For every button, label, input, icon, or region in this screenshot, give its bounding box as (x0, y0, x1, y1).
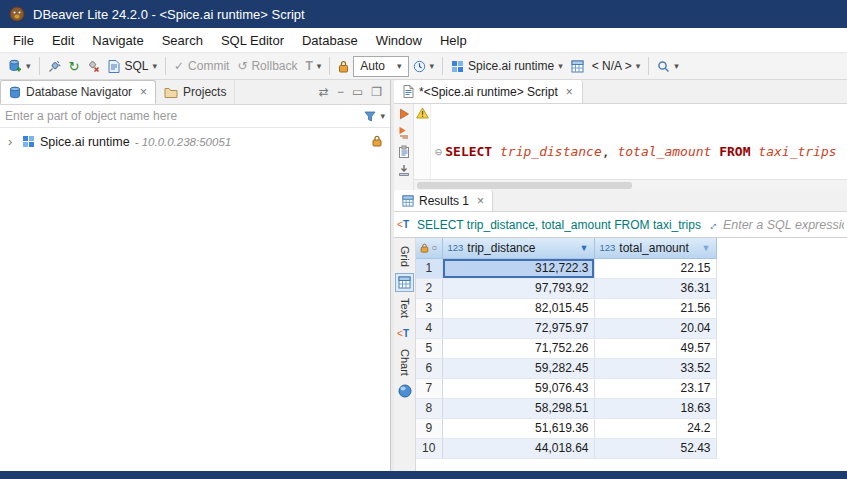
trip-distance-cell[interactable]: 59,076.43 (442, 378, 594, 398)
presentation-switcher: Grid Text <T Chart (394, 238, 416, 471)
tab-database-navigator[interactable]: Database Navigator × (0, 80, 156, 104)
trip-distance-cell[interactable]: 58,298.51 (442, 398, 594, 418)
explain-plan-icon[interactable] (398, 145, 410, 158)
execute-script-icon[interactable] (398, 126, 410, 139)
new-connection-button[interactable]: ▾ (4, 56, 35, 76)
collapse-all-icon[interactable]: − (337, 85, 344, 99)
sort-desc-icon[interactable]: ▼ (580, 243, 589, 253)
table-list-button[interactable] (567, 57, 588, 76)
trip-distance-cell[interactable]: 312,722.3 (442, 258, 594, 278)
row-number-cell[interactable]: 3 (416, 298, 442, 318)
row-number-cell[interactable]: 10 (416, 438, 442, 458)
link-editor-icon[interactable]: ⇄ (319, 85, 329, 99)
total-amount-cell[interactable]: 21.56 (594, 298, 716, 318)
editor-action-bar (394, 104, 414, 190)
autocommit-toggle[interactable] (334, 57, 353, 76)
trip-distance-cell[interactable]: 97,793.92 (442, 278, 594, 298)
row-number-cell[interactable]: 8 (416, 398, 442, 418)
close-icon[interactable]: × (566, 85, 573, 99)
trip-distance-cell[interactable]: 51,619.36 (442, 418, 594, 438)
active-connection-label: Spice.ai runtime (468, 59, 554, 73)
rollback-button[interactable]: ↺ Rollback (233, 56, 301, 76)
export-data-icon[interactable] (398, 164, 410, 176)
row-number-cell[interactable]: 1 (416, 258, 442, 278)
menu-help[interactable]: Help (431, 30, 476, 51)
text-presentation-icon[interactable]: <T (395, 324, 414, 343)
table-row: 1312,722.322.15 (416, 258, 716, 278)
menu-file[interactable]: File (4, 30, 43, 51)
expander-icon[interactable]: › (8, 134, 17, 149)
commit-button[interactable]: ✓ Commit (170, 56, 233, 76)
total-amount-cell[interactable]: 33.52 (594, 358, 716, 378)
column-header-trip-distance[interactable]: 123trip_distance▼ (442, 238, 594, 258)
total-amount-cell[interactable]: 20.04 (594, 318, 716, 338)
transaction-mode-value: Auto (360, 59, 385, 73)
search-button[interactable]: ▾ (653, 57, 683, 76)
close-icon[interactable]: × (477, 194, 484, 208)
trip-distance-cell[interactable]: 59,282.45 (442, 358, 594, 378)
grid-presentation-icon[interactable] (395, 273, 414, 292)
scrollbar-thumb[interactable] (417, 182, 632, 189)
trip-distance-cell[interactable]: 71,752.26 (442, 338, 594, 358)
close-icon[interactable]: × (140, 85, 147, 99)
row-number-cell[interactable]: 5 (416, 338, 442, 358)
connect-button[interactable] (44, 57, 65, 76)
tree-item-connection[interactable]: › Spice.ai runtime - 10.0.0.238:50051 (0, 131, 390, 152)
trip-distance-cell[interactable]: 72,975.97 (442, 318, 594, 338)
total-amount-cell[interactable]: 24.2 (594, 418, 716, 438)
maximize-icon[interactable]: ❐ (371, 85, 382, 99)
sort-icon[interactable]: ▼ (702, 243, 711, 253)
row-number-cell[interactable]: 2 (416, 278, 442, 298)
menu-edit[interactable]: Edit (43, 30, 83, 51)
menu-search[interactable]: Search (153, 30, 212, 51)
warning-icon (416, 107, 429, 119)
transaction-mode-combo[interactable]: Auto ▾ (353, 56, 408, 77)
sql-editor-button[interactable]: SQL ▾ (104, 56, 161, 76)
reconnect-button[interactable]: ↻ (65, 57, 84, 76)
tab-results-1[interactable]: Results 1 × (394, 190, 493, 211)
chart-presentation-icon[interactable] (395, 382, 414, 401)
tab-projects[interactable]: Projects (156, 80, 235, 104)
object-filter-input[interactable] (5, 109, 360, 123)
trip-distance-cell[interactable]: 44,018.64 (442, 438, 594, 458)
editor-horizontal-scrollbar[interactable] (414, 179, 847, 190)
svg-text:T: T (403, 219, 409, 230)
filter-funnel-icon[interactable] (364, 110, 376, 122)
execute-statement-icon[interactable] (398, 108, 410, 120)
row-number-cell[interactable]: 4 (416, 318, 442, 338)
grid-corner-cell[interactable]: ○ (416, 238, 442, 258)
presentation-chart-label[interactable]: Chart (399, 349, 411, 376)
title-bar: DBeaver Lite 24.2.0 - <Spice.ai runtime>… (0, 0, 847, 28)
active-connection-selector[interactable]: Spice.ai runtime ▾ (447, 56, 567, 76)
row-number-cell[interactable]: 7 (416, 378, 442, 398)
column-header-total-amount[interactable]: 123total_amount▼ (594, 238, 716, 258)
minimize-icon[interactable]: ▭ (352, 85, 363, 99)
transaction-log-icon: T (305, 59, 312, 73)
menu-window[interactable]: Window (367, 30, 431, 51)
menu-sql-editor[interactable]: SQL Editor (212, 30, 293, 51)
total-amount-cell[interactable]: 36.31 (594, 278, 716, 298)
caret-down-icon[interactable]: ▾ (380, 112, 385, 121)
total-amount-cell[interactable]: 52.43 (594, 438, 716, 458)
fold-icon[interactable]: ⊖ (435, 145, 442, 159)
total-amount-cell[interactable]: 23.17 (594, 378, 716, 398)
results-tab-bar: Results 1 × (394, 190, 847, 212)
menu-navigate[interactable]: Navigate (83, 30, 152, 51)
total-amount-cell[interactable]: 49.57 (594, 338, 716, 358)
expand-filter-icon[interactable]: ↔ (703, 215, 721, 233)
sql-code-area[interactable]: ⊖SELECT trip_distance, total_amount FROM… (431, 104, 847, 190)
total-amount-cell[interactable]: 18.63 (594, 398, 716, 418)
disconnect-button[interactable] (83, 57, 104, 76)
row-number-cell[interactable]: 9 (416, 418, 442, 438)
trip-distance-cell[interactable]: 82,015.45 (442, 298, 594, 318)
row-number-cell[interactable]: 6 (416, 358, 442, 378)
total-amount-cell[interactable]: 22.15 (594, 258, 716, 278)
tab-sql-script[interactable]: *<Spice.ai runtime> Script × (394, 80, 583, 103)
transaction-timeout-button[interactable]: ▾ (409, 57, 439, 76)
result-filter-input[interactable] (723, 218, 844, 232)
transaction-log-button[interactable]: T ▾ (301, 56, 325, 76)
presentation-grid-label[interactable]: Grid (399, 246, 411, 267)
menu-database[interactable]: Database (293, 30, 367, 51)
active-schema-selector[interactable]: < N/A > ▾ (588, 56, 645, 76)
presentation-text-label[interactable]: Text (399, 298, 411, 318)
